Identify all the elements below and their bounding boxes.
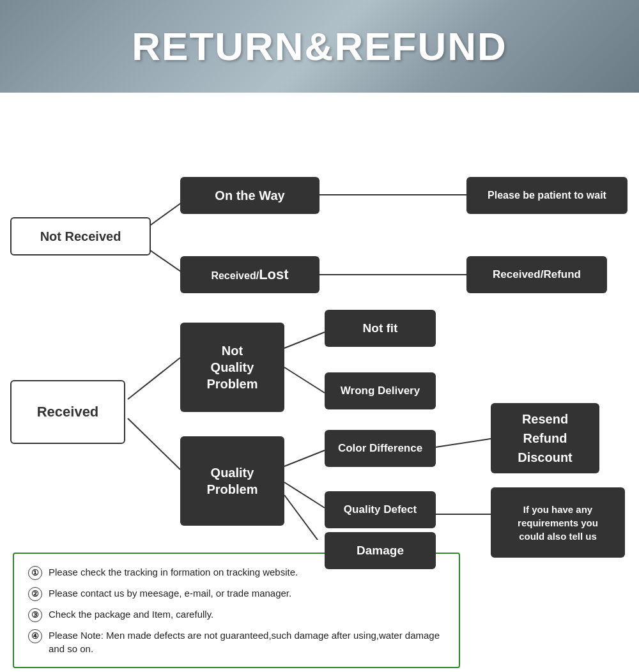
node-not-received: Not Received: [10, 217, 151, 256]
note-text-3: Check the package and Item, carefully.: [49, 607, 213, 621]
svg-line-8: [284, 450, 325, 466]
flowchart: Not Received On the Way Received/Lost Pl…: [6, 105, 633, 540]
note-item-2: ② Please contact us by meesage, e-mail, …: [28, 586, 445, 601]
node-on-the-way: On the Way: [180, 177, 320, 214]
note-item-4: ④ Please Note: Men made defects are not …: [28, 629, 445, 655]
note-num-3: ③: [28, 608, 42, 622]
svg-line-7: [284, 367, 325, 393]
note-text-2: Please contact us by meesage, e-mail, or…: [49, 586, 291, 600]
node-quality-problem: QualityProblem: [180, 436, 284, 526]
svg-line-10: [284, 495, 325, 540]
node-requirements: If you have anyrequirements youcould als…: [491, 487, 625, 558]
svg-line-5: [128, 418, 180, 470]
node-quality-defect: Quality Defect: [325, 491, 436, 528]
flowchart-lines: [6, 105, 633, 540]
note-text-1: Please check the tracking in formation o…: [49, 565, 298, 579]
node-not-quality: NotQualityProblem: [180, 323, 284, 412]
node-received-refund: Received/Refund: [466, 256, 607, 293]
note-num-4: ④: [28, 629, 42, 643]
main-content: Not Received On the Way Received/Lost Pl…: [0, 93, 639, 672]
node-not-fit: Not fit: [325, 310, 436, 347]
svg-line-6: [284, 332, 325, 348]
node-received-lost: Received/Lost: [180, 256, 320, 293]
node-received: Received: [10, 380, 125, 444]
svg-line-4: [128, 358, 180, 399]
node-resend: ResendRefundDiscount: [491, 403, 599, 473]
node-color-difference: Color Difference: [325, 430, 436, 467]
svg-line-11: [436, 438, 498, 447]
node-damage: Damage: [325, 532, 436, 569]
header: RETURN&REFUND: [0, 0, 639, 93]
node-please-wait: Please be patient to wait: [466, 177, 627, 214]
note-text-4: Please Note: Men made defects are not gu…: [49, 629, 445, 655]
notes-box: ① Please check the tracking in formation…: [13, 553, 460, 668]
note-num-2: ②: [28, 587, 42, 601]
node-wrong-delivery: Wrong Delivery: [325, 372, 436, 409]
page-title: RETURN&REFUND: [132, 24, 507, 69]
note-num-1: ①: [28, 566, 42, 580]
svg-line-9: [284, 482, 325, 508]
note-item-3: ③ Check the package and Item, carefully.: [28, 607, 445, 622]
